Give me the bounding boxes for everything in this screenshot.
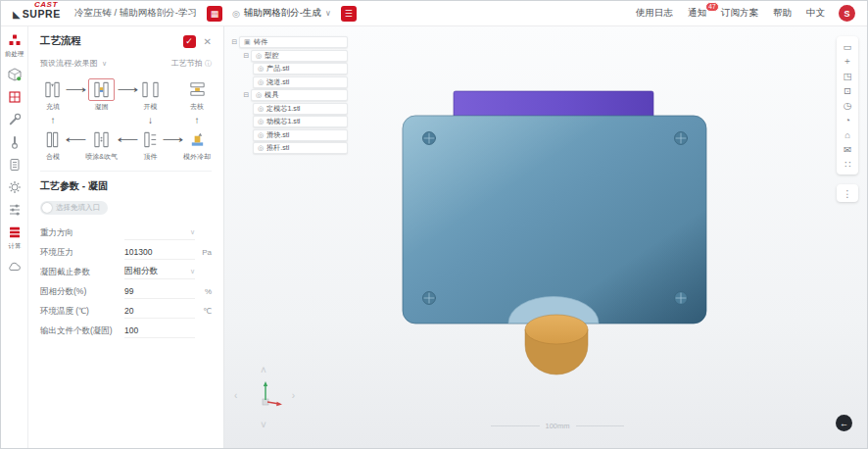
stage-selector[interactable]: ◎ 辅助网格剖分-生成 ∨ bbox=[232, 7, 331, 20]
sidebar-item-compute[interactable]: 计算 bbox=[8, 225, 22, 251]
eye-icon[interactable]: ◎ bbox=[256, 91, 262, 99]
close-icon[interactable]: ✕ bbox=[204, 36, 212, 47]
tree-node-ejector[interactable]: ◎推杆.stl bbox=[253, 142, 348, 154]
arrow-left-icon: ⟵ bbox=[118, 134, 139, 145]
rotate-right-icon[interactable]: › bbox=[292, 391, 295, 401]
more-tools-icon[interactable]: ⋮ bbox=[837, 184, 858, 202]
tree-node-label: 模具 bbox=[265, 90, 278, 100]
process-wizard-panel: 工艺流程 ✓ ✕ 预设流程-效果图 ∨ 工艺节拍 ⓘ ⟶ ⟶ bbox=[28, 26, 224, 448]
axis-gizmo[interactable] bbox=[249, 379, 282, 415]
language-link[interactable]: 中文 bbox=[806, 7, 825, 20]
cutoff-param-select[interactable]: 固相分数∨ bbox=[124, 266, 195, 279]
arrow-up-icon: ↑ bbox=[50, 115, 55, 125]
tree-node-cavity[interactable]: ◎型腔 bbox=[251, 50, 348, 62]
rotate-down-icon[interactable]: ˅ bbox=[261, 421, 266, 430]
panel-title: 工艺流程 bbox=[40, 34, 183, 48]
flow-node-filling[interactable] bbox=[43, 80, 62, 99]
eye-icon[interactable]: ◎ bbox=[258, 105, 264, 113]
mold-3d-model[interactable] bbox=[383, 82, 721, 391]
sidebar-item-tools[interactable] bbox=[8, 113, 22, 126]
help-link[interactable]: 帮助 bbox=[773, 7, 792, 20]
eye-icon[interactable]: ◎ bbox=[258, 131, 264, 139]
notifications-label: 通知 bbox=[688, 7, 706, 18]
measure-icon[interactable]: ▭ bbox=[837, 39, 858, 54]
tree-node-fixed-core[interactable]: ◎定模芯1.stl bbox=[253, 103, 348, 115]
tree-row-moving-core: ◎动模芯1.stl bbox=[230, 116, 348, 127]
timer-icon[interactable]: ◔ bbox=[837, 113, 858, 127]
message-icon[interactable]: ✉ bbox=[837, 142, 858, 157]
align-axes-icon[interactable]: ＋ bbox=[837, 54, 858, 69]
tree-node-label: 定模芯1.stl bbox=[266, 104, 300, 114]
params-list: 重力方向 ∨ 环境压力 101300 Pa 凝固截止参数 固相分数∨ 固相分数(… bbox=[40, 224, 212, 340]
grid-view-icon[interactable]: ∷ bbox=[837, 157, 858, 172]
logo-cast-text: CAST bbox=[34, 0, 58, 9]
history-icon[interactable]: ◷ bbox=[837, 98, 858, 113]
task-list-icon[interactable]: ☰ bbox=[341, 6, 357, 22]
param-label: 重力方向 bbox=[40, 227, 124, 239]
eye-icon[interactable]: ◎ bbox=[258, 118, 264, 125]
collapse-icon[interactable]: ⊟ bbox=[242, 52, 251, 60]
solid-fraction-input[interactable]: 99 bbox=[124, 285, 195, 299]
collapse-icon[interactable]: ⊟ bbox=[242, 91, 251, 99]
sidebar-item-preprocess[interactable]: 前处理 bbox=[4, 33, 24, 59]
collapse-icon[interactable]: ⊟ bbox=[230, 38, 239, 46]
copy-view-icon[interactable]: ⊡ bbox=[837, 83, 858, 98]
tree-node-runner[interactable]: ◎浇道.stl bbox=[253, 76, 348, 88]
app-logo[interactable]: ◣ SUPRE CAST bbox=[13, 8, 61, 20]
ambient-pressure-input[interactable]: 101300 bbox=[124, 246, 195, 260]
flow-node-mold-open[interactable] bbox=[141, 80, 160, 99]
tree-row-product: ◎产品.stl bbox=[230, 63, 348, 75]
sidebar-item-material[interactable] bbox=[8, 180, 22, 194]
param-value: 100 bbox=[124, 325, 138, 335]
no-fill-toggle[interactable]: 选择免填入口 bbox=[40, 201, 108, 215]
collapse-fab[interactable]: ← bbox=[836, 415, 852, 431]
arrow-right-icon: ⟶ bbox=[118, 84, 139, 95]
flow-node-external-cooling[interactable] bbox=[188, 130, 207, 149]
topbar-links: 使用日志 通知 47 订阅方案 帮助 中文 bbox=[636, 7, 825, 20]
output-files-input[interactable]: 100 bbox=[124, 324, 195, 338]
notification-badge: 47 bbox=[705, 2, 719, 12]
gravity-direction-select[interactable]: ∨ bbox=[124, 226, 195, 240]
tree-node-moving-core[interactable]: ◎动模芯1.stl bbox=[253, 116, 348, 127]
rotate-up-icon[interactable]: ˄ bbox=[261, 366, 266, 375]
notifications-link[interactable]: 通知 47 bbox=[688, 7, 706, 20]
section-view-icon[interactable]: ◳ bbox=[837, 69, 858, 83]
sidebar-item-report[interactable] bbox=[8, 158, 22, 172]
cycle-time-link[interactable]: 工艺节拍 ⓘ bbox=[171, 58, 212, 69]
preset-flow-dropdown[interactable]: 预设流程-效果图 ∨ bbox=[40, 58, 107, 69]
subscription-link[interactable]: 订阅方案 bbox=[721, 7, 758, 20]
sidebar-item-cloud[interactable] bbox=[7, 260, 22, 274]
tree-row-mold: ⊟ ◎模具 bbox=[230, 89, 348, 101]
sidebar-item-temperature[interactable] bbox=[8, 135, 22, 149]
tree-node-slider[interactable]: ◎滑块.stl bbox=[253, 129, 348, 141]
eye-icon[interactable]: ◎ bbox=[258, 144, 264, 152]
flow-node-spray-blow[interactable] bbox=[92, 130, 111, 149]
tree-node-mold[interactable]: ◎模具 bbox=[251, 89, 348, 101]
flow-node-eject[interactable] bbox=[141, 130, 160, 149]
sidebar-item-geometry[interactable] bbox=[8, 68, 22, 81]
avatar[interactable]: S bbox=[839, 5, 855, 22]
flow-node-mold-close[interactable] bbox=[43, 130, 62, 149]
flow-node-degating[interactable] bbox=[188, 80, 207, 99]
tree-node-product[interactable]: ◎产品.stl bbox=[253, 63, 348, 75]
eye-icon[interactable]: ◎ bbox=[258, 78, 264, 86]
usage-log-link[interactable]: 使用日志 bbox=[636, 7, 673, 20]
project-icon[interactable]: ▦ bbox=[207, 6, 222, 22]
cycle-time-label: 工艺节拍 bbox=[171, 59, 203, 68]
eye-icon[interactable]: ◎ bbox=[258, 65, 264, 73]
tree-node-label: 型腔 bbox=[265, 51, 278, 61]
sidebar-item-settings[interactable] bbox=[8, 203, 22, 217]
flow-node-solidification[interactable] bbox=[88, 78, 115, 101]
home-view-icon[interactable]: ⌂ bbox=[837, 127, 858, 142]
rotate-left-icon[interactable]: ‹ bbox=[234, 391, 237, 401]
eye-icon[interactable]: ◎ bbox=[256, 52, 262, 60]
ambient-temp-input[interactable]: 20 bbox=[124, 305, 195, 319]
tree-row-slider: ◎滑块.stl bbox=[230, 129, 348, 141]
tree-node-casting[interactable]: ▣铸件 bbox=[239, 36, 348, 48]
param-value: 101300 bbox=[124, 247, 152, 257]
sidebar-label-preprocess: 前处理 bbox=[5, 49, 24, 58]
sidebar-item-mesh[interactable] bbox=[8, 90, 22, 104]
confirm-checkbox[interactable]: ✓ bbox=[183, 35, 196, 48]
layers-icon bbox=[8, 225, 22, 239]
top-bar: ◣ SUPRE CAST 冷室压铸 / 辅助网格剖分-学习 ▦ ◎ 辅助网格剖分… bbox=[1, 1, 867, 26]
